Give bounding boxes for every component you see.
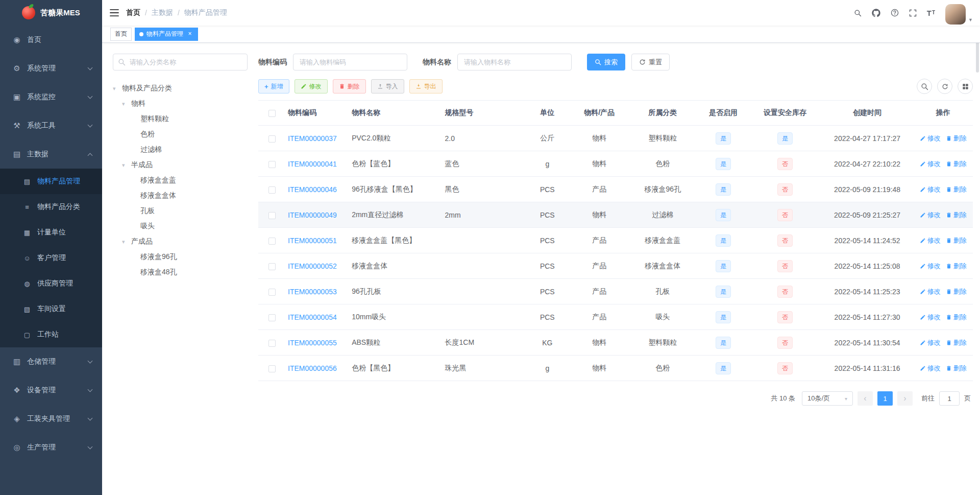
edit-link[interactable]: 修改 [920, 364, 941, 373]
tree-node[interactable]: ▾半成品 [113, 157, 248, 173]
sidebar-subitem[interactable]: ▧车间设置 [0, 296, 102, 322]
item-code-link[interactable]: ITEM00000055 [288, 339, 337, 347]
font-size-icon[interactable]: TT [922, 0, 940, 26]
row-checkbox[interactable] [268, 135, 276, 143]
edit-link[interactable]: 修改 [920, 313, 941, 322]
prev-page-button[interactable]: ‹ [857, 391, 873, 406]
item-code-link[interactable]: ITEM00000053 [288, 288, 337, 296]
item-code-link[interactable]: ITEM00000037 [288, 134, 337, 143]
sidebar-item[interactable]: ◉首页 [0, 26, 102, 54]
add-button[interactable]: +新增 [258, 79, 289, 93]
tab-1[interactable]: 物料产品管理× [135, 28, 198, 41]
help-icon[interactable] [886, 0, 904, 26]
delete-link[interactable]: 删除 [946, 262, 967, 271]
tree-expand-icon[interactable]: ▾ [122, 162, 131, 169]
next-page-button[interactable]: › [897, 391, 913, 406]
row-checkbox[interactable] [268, 314, 276, 321]
current-page-button[interactable]: 1 [877, 391, 893, 406]
row-checkbox[interactable] [268, 238, 276, 245]
select-all-checkbox[interactable] [268, 110, 276, 117]
sidebar-subitem[interactable]: ≡物料产品分类 [0, 194, 102, 220]
item-code-link[interactable]: ITEM00000051 [288, 237, 337, 245]
sidebar-subitem[interactable]: ▦计量单位 [0, 220, 102, 245]
sidebar-item[interactable]: ▣系统监控 [0, 83, 102, 111]
sidebar-subitem[interactable]: ▢工作站 [0, 322, 102, 347]
tree-node[interactable]: 塑料颗粒 [113, 111, 248, 127]
edit-link[interactable]: 修改 [920, 287, 941, 296]
sidebar-subitem[interactable]: ☺客户管理 [0, 245, 102, 271]
tree-node[interactable]: 过滤棉 [113, 142, 248, 157]
user-menu[interactable]: ▼ [945, 2, 973, 25]
tab-0[interactable]: 首页 [110, 28, 132, 41]
row-checkbox[interactable] [268, 263, 276, 270]
edit-link[interactable]: 修改 [920, 262, 941, 271]
tree-node[interactable]: 色粉 [113, 127, 248, 142]
row-checkbox[interactable] [268, 186, 276, 194]
table-columns-button[interactable] [958, 79, 973, 94]
sidebar-item[interactable]: ▤主数据 [0, 140, 102, 169]
material-code-input[interactable] [293, 54, 407, 70]
sidebar-subitem[interactable]: ◍供应商管理 [0, 271, 102, 296]
edit-link[interactable]: 修改 [920, 185, 941, 194]
edit-button[interactable]: 修改 [295, 79, 328, 93]
tree-node[interactable]: 移液盒盒体 [113, 188, 248, 203]
tree-node[interactable]: 移液盒盒盖 [113, 173, 248, 188]
sidebar-item[interactable]: ❖设备管理 [0, 376, 102, 405]
hamburger-icon[interactable] [110, 9, 119, 17]
breadcrumb-item[interactable]: 首页 [126, 8, 140, 17]
edit-link[interactable]: 修改 [920, 159, 941, 169]
delete-link[interactable]: 删除 [946, 338, 967, 347]
row-checkbox[interactable] [268, 340, 276, 347]
delete-link[interactable]: 删除 [946, 287, 967, 296]
tree-node[interactable]: ▾产成品 [113, 234, 248, 249]
material-name-input[interactable] [457, 54, 572, 70]
tree-expand-icon[interactable]: ▾ [122, 239, 131, 245]
tree-node[interactable]: ▾物料及产品分类 [113, 81, 248, 96]
row-checkbox[interactable] [268, 289, 276, 296]
delete-link[interactable]: 删除 [946, 364, 967, 373]
row-checkbox[interactable] [268, 212, 276, 219]
sidebar-item[interactable]: ◎生产管理 [0, 433, 102, 462]
delete-link[interactable]: 删除 [946, 210, 967, 220]
delete-link[interactable]: 删除 [946, 185, 967, 194]
search-icon[interactable] [849, 0, 867, 26]
edit-link[interactable]: 修改 [920, 210, 941, 220]
tree-node[interactable]: 移液盒48孔 [113, 265, 248, 280]
tree-node[interactable]: 吸头 [113, 219, 248, 234]
sidebar-item[interactable]: ⚒系统工具 [0, 111, 102, 140]
item-code-link[interactable]: ITEM00000046 [288, 185, 337, 194]
page-size-select[interactable]: 10条/页 ▾ [802, 391, 853, 406]
delete-link[interactable]: 删除 [946, 134, 967, 143]
item-code-link[interactable]: ITEM00000054 [288, 313, 337, 321]
tree-node[interactable]: 孔板 [113, 203, 248, 219]
category-search-input[interactable] [113, 54, 248, 70]
item-code-link[interactable]: ITEM00000049 [288, 211, 337, 219]
sidebar-item[interactable]: ▥仓储管理 [0, 347, 102, 376]
search-button[interactable]: 搜索 [587, 54, 625, 70]
row-checkbox[interactable] [268, 365, 276, 372]
sidebar-item[interactable]: ◈工装夹具管理 [0, 405, 102, 433]
delete-link[interactable]: 删除 [946, 236, 967, 245]
tree-expand-icon[interactable]: ▾ [122, 101, 131, 107]
table-refresh-button[interactable] [937, 79, 952, 94]
fullscreen-icon[interactable] [904, 0, 922, 26]
app-logo[interactable]: 苦糖果MES [0, 0, 102, 26]
sidebar-subitem[interactable]: ▤物料产品管理 [0, 169, 102, 194]
export-button[interactable]: 导出 [409, 79, 443, 93]
edit-link[interactable]: 修改 [920, 338, 941, 347]
item-code-link[interactable]: ITEM00000052 [288, 262, 337, 270]
sidebar-item[interactable]: ⚙系统管理 [0, 54, 102, 83]
import-button[interactable]: 导入 [371, 79, 404, 93]
item-code-link[interactable]: ITEM00000041 [288, 160, 337, 168]
goto-page-input[interactable] [939, 391, 960, 406]
github-icon[interactable] [867, 0, 886, 26]
item-code-link[interactable]: ITEM00000056 [288, 364, 337, 372]
tree-node[interactable]: ▾物料 [113, 96, 248, 111]
tree-expand-icon[interactable]: ▾ [113, 85, 122, 92]
tree-node[interactable]: 移液盒96孔 [113, 249, 248, 265]
reset-button[interactable]: 重置 [631, 54, 670, 70]
edit-link[interactable]: 修改 [920, 134, 941, 143]
edit-link[interactable]: 修改 [920, 236, 941, 245]
table-search-toggle-button[interactable] [917, 79, 932, 94]
close-icon[interactable]: × [186, 31, 193, 38]
